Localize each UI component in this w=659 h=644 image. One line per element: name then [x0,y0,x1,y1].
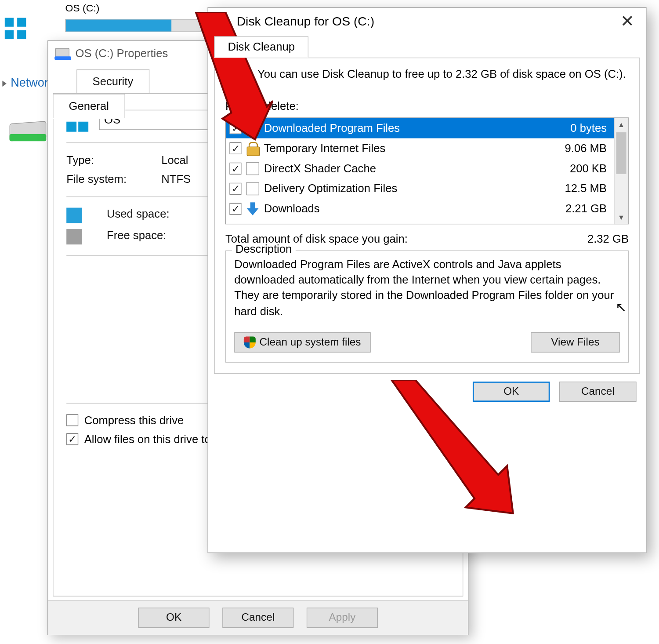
cleanup-title: Disk Cleanup for OS (C:) [237,14,375,28]
cleanup-system-files-label: Clean up system files [260,336,361,349]
free-space-label: Free space: [107,229,166,244]
files-list[interactable]: ✓Downloaded Program Files0 bytes✓Tempora… [225,117,629,224]
free-swatch-icon [66,229,82,244]
arrow-icon [246,202,259,215]
cancel-button[interactable]: Cancel [559,382,637,402]
file-size: 200 KB [570,162,610,175]
windows-icon [5,18,26,40]
used-space-label: Used space: [107,208,170,223]
folder-icon [246,122,259,135]
tab-disk-cleanup[interactable]: Disk Cleanup [214,36,308,58]
file-size: 9.06 MB [565,142,611,155]
file-icon [246,182,259,195]
compress-checkbox[interactable] [66,414,78,426]
description-heading: Description [232,243,296,256]
file-name: Delivery Optimization Files [264,182,398,195]
ok-button[interactable]: OK [138,608,210,628]
properties-title: OS (C:) Properties [75,47,168,60]
close-button[interactable]: ✕ [616,13,639,30]
lock-icon [246,142,259,155]
file-size: 12.5 MB [565,182,611,195]
drive-usage-bar [65,19,202,32]
cleanup-intro-text: You can use Disk Cleanup to free up to 2… [257,66,626,90]
disk-cleanup-dialog: Disk Cleanup for OS (C:) ✕ Disk Cleanup … [208,7,647,553]
file-name: Downloads [264,202,320,215]
compress-label: Compress this drive [84,414,184,427]
cleanup-system-files-button[interactable]: Clean up system files [234,332,371,353]
file-size: 0 bytes [570,122,610,135]
file-checkbox[interactable]: ✓ [229,122,241,134]
apply-button: Apply [307,608,378,628]
file-checkbox[interactable]: ✓ [229,183,241,195]
filesystem-value: NTFS [161,173,191,186]
file-checkbox[interactable]: ✓ [229,163,241,175]
shield-icon [244,336,256,348]
file-checkbox[interactable]: ✓ [229,203,241,215]
cleanup-titlebar[interactable]: Disk Cleanup for OS (C:) ✕ [208,8,646,35]
total-value: 2.32 GB [587,233,629,246]
scroll-down-icon[interactable]: ▼ [615,211,628,224]
files-to-delete-label: Files to delete: [225,100,629,113]
file-list-row[interactable]: ✓Downloads2.21 GB [226,199,614,219]
file-list-row[interactable]: ✓Temporary Internet Files9.06 MB [226,138,614,159]
description-text: Downloaded Program Files are ActiveX con… [234,257,620,320]
file-name: Temporary Internet Files [264,142,386,155]
windows-icon [225,66,249,90]
file-name: DirectX Shader Cache [264,162,376,175]
used-swatch-icon [66,208,82,223]
tab-general[interactable]: General [53,94,125,119]
file-name: Downloaded Program Files [264,122,400,135]
description-group: Description Downloaded Program Files are… [225,251,629,363]
file-list-row[interactable]: ✓DirectX Shader Cache200 KB [226,158,614,178]
filesystem-label: File system: [66,173,144,186]
drive-icon [10,119,47,142]
drive-icon [55,48,69,58]
type-value: Local [161,154,188,167]
tab-security[interactable]: Security [76,69,149,94]
scroll-thumb[interactable] [616,132,626,174]
file-list-row[interactable]: ✓Delivery Optimization Files12.5 MB [226,178,614,199]
file-size: 2.21 GB [565,202,610,215]
file-checkbox[interactable]: ✓ [229,142,241,154]
cancel-button[interactable]: Cancel [222,608,293,628]
tree-expand-icon[interactable] [2,81,6,87]
disk-cleanup-icon [215,15,231,28]
indexing-checkbox[interactable]: ✓ [66,433,78,445]
scrollbar[interactable]: ▲ ▼ [614,118,628,224]
type-label: Type: [66,154,144,167]
file-list-row[interactable]: ✓Downloaded Program Files0 bytes [226,118,614,138]
file-icon [246,162,259,175]
scroll-up-icon[interactable]: ▲ [615,118,628,131]
view-files-button[interactable]: View Files [531,332,620,353]
ok-button[interactable]: OK [473,382,550,402]
